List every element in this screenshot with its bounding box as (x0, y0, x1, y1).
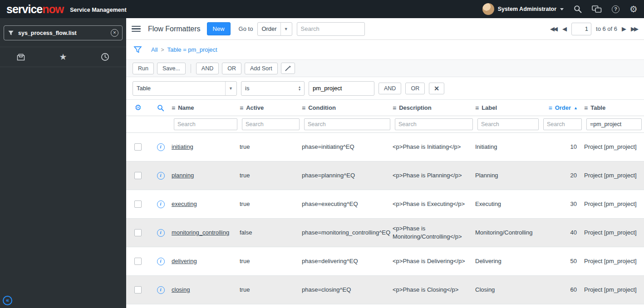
column-header-label[interactable]: ≡Label (475, 104, 541, 112)
column-header-condition[interactable]: ≡Condition (302, 104, 393, 112)
column-header-active[interactable]: ≡Active (240, 104, 302, 112)
column-header-table[interactable]: ≡Table (584, 104, 644, 112)
next-page-icon[interactable]: ▶ (622, 25, 626, 32)
page-number-input[interactable] (571, 23, 591, 35)
filter-bar: Run Save... AND OR Add Sort (126, 60, 644, 77)
chevron-down-icon: ▼ (225, 82, 233, 95)
all-applications-icon[interactable] (0, 47, 42, 67)
record-link[interactable]: executing (172, 200, 197, 208)
chat-icon[interactable] (592, 5, 602, 13)
list-settings-gear-icon[interactable]: ⚙ (134, 103, 141, 112)
or-button[interactable]: OR (222, 63, 241, 74)
column-menu-icon: ≡ (584, 104, 588, 112)
record-info-icon[interactable]: i (157, 143, 165, 151)
filter-funnel-icon[interactable] (133, 46, 142, 54)
cell-table: Project [pm_project] (584, 247, 644, 275)
first-page-icon[interactable]: ◀◀ (550, 25, 558, 32)
record-info-icon[interactable]: i (157, 286, 165, 294)
goto-selected-value: Order (261, 25, 276, 32)
goto-search-input[interactable] (297, 22, 365, 36)
record-info-icon[interactable]: i (157, 200, 165, 208)
favorites-star-icon[interactable]: ★ (42, 47, 84, 67)
list-search-icon[interactable] (157, 104, 164, 112)
history-clock-icon[interactable] (84, 47, 126, 67)
column-menu-icon: ≡ (549, 104, 552, 112)
last-page-icon[interactable]: ▶▶ (631, 25, 639, 32)
up-down-icon: ▴▾ (299, 86, 300, 91)
table-body: i initiating true phase=initiating^EQ <p… (126, 133, 644, 304)
row-checkbox[interactable] (134, 143, 142, 151)
cell-condition: phase=closing^EQ (302, 276, 393, 304)
record-link[interactable]: delivering (172, 257, 197, 265)
cell-order: 40 (541, 219, 584, 247)
user-menu[interactable]: System Administrator (482, 3, 564, 15)
cell-label: Closing (475, 276, 541, 304)
column-header-description[interactable]: ≡Description (393, 104, 475, 112)
search-description-input[interactable] (395, 118, 473, 130)
page-range-label: to 6 of 6 (596, 25, 617, 32)
previous-page-icon[interactable]: ◀ (562, 25, 567, 32)
save-filter-button[interactable]: Save... (157, 63, 186, 74)
list-pagination: ◀◀ ◀ to 6 of 6 ▶ ▶▶ (550, 23, 639, 35)
condition-field-value: Table (137, 85, 151, 92)
cell-order: 20 (541, 161, 584, 190)
record-link[interactable]: initiating (172, 143, 193, 151)
row-checkbox[interactable] (134, 200, 142, 208)
add-sort-button[interactable]: Add Sort (245, 63, 278, 74)
search-condition-input[interactable] (304, 118, 390, 130)
row-checkbox[interactable] (134, 258, 142, 265)
cell-description: <p>Phase is Closing</p> (393, 276, 475, 304)
filter-funnel-icon (8, 30, 14, 36)
breadcrumb-filter-link[interactable]: Table = pm_project (167, 46, 217, 53)
navigator-filter-input[interactable] (17, 29, 108, 37)
condition-field-select[interactable]: Table ▼ (133, 81, 237, 96)
search-name-input[interactable] (174, 118, 237, 130)
search-label-input[interactable] (477, 118, 539, 130)
table-row: i executing true phase=executing^EQ <p>P… (126, 190, 644, 219)
list-context-menu-icon[interactable] (132, 26, 141, 32)
record-link[interactable]: planning (172, 171, 194, 180)
record-info-icon[interactable]: i (157, 229, 165, 237)
cell-order: 60 (541, 276, 584, 304)
search-table-input[interactable] (586, 118, 642, 130)
cell-description: <p>Phase is Executing</p> (393, 190, 475, 218)
table-row: i monitoring_controlling false phase=mon… (126, 219, 644, 247)
cell-table: Project [pm_project] (584, 219, 644, 247)
search-icon[interactable] (574, 5, 582, 13)
record-link[interactable]: closing (172, 286, 190, 294)
goto-select[interactable]: Order ▼ (257, 22, 292, 36)
condition-or-button[interactable]: OR (405, 83, 425, 94)
avatar (482, 3, 494, 15)
condition-value-input[interactable] (309, 81, 374, 96)
cell-description: <p>Phase is Delivering</p> (393, 247, 475, 275)
search-active-input[interactable] (242, 118, 300, 130)
condition-operator-select[interactable]: is ▴▾ (241, 81, 305, 96)
row-checkbox[interactable] (134, 286, 142, 293)
clear-icon[interactable]: ✕ (111, 29, 118, 37)
column-header-name[interactable]: ≡Name (172, 104, 240, 112)
record-info-icon[interactable]: i (157, 258, 165, 265)
table-row: i planning true phase=planning^EQ <p>Pha… (126, 161, 644, 190)
record-link[interactable]: monitoring_controlling (172, 229, 229, 237)
cell-active: true (240, 190, 302, 218)
breadcrumb-all-link[interactable]: All (151, 46, 157, 53)
favorite-wand-icon[interactable] (281, 63, 295, 74)
column-header-order[interactable]: ≡Order▲ (541, 104, 584, 112)
and-button[interactable]: AND (196, 63, 219, 74)
collapse-navigator-button[interactable]: « (3, 296, 12, 305)
row-checkbox[interactable] (134, 172, 142, 179)
cell-active: false (240, 219, 302, 247)
condition-delete-button[interactable]: ✕ (429, 83, 444, 94)
table-row: i delivering true phase=delivering^EQ <p… (126, 247, 644, 276)
search-order-input[interactable] (543, 118, 582, 130)
help-icon[interactable]: ? (612, 5, 619, 13)
new-button[interactable]: New (207, 22, 231, 35)
run-filter-button[interactable]: Run (133, 63, 154, 74)
goto-label: Go to (239, 25, 253, 32)
cell-description: <p>Phase is Monitoring/Controlling</p> (393, 219, 475, 247)
record-info-icon[interactable]: i (157, 172, 165, 180)
row-checkbox[interactable] (134, 229, 142, 236)
gear-icon[interactable]: ⚙ (629, 5, 638, 14)
condition-and-button[interactable]: AND (379, 83, 401, 94)
servicenow-logo[interactable]: servicenow (6, 4, 64, 15)
